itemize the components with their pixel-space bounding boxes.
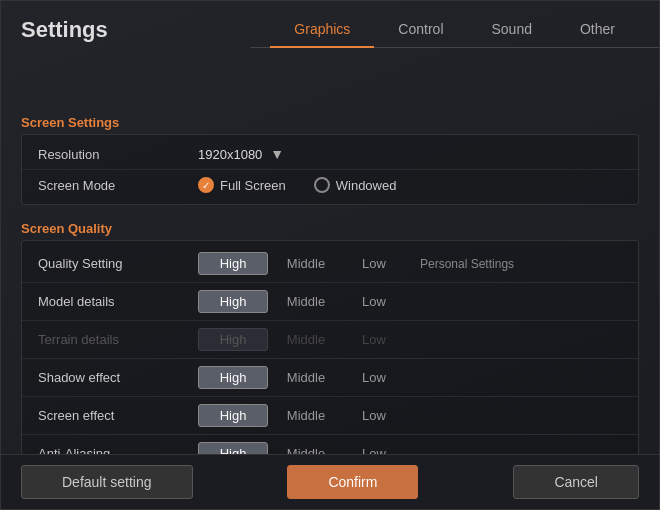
resolution-value-container: 1920x1080 ▼ xyxy=(198,146,622,162)
quality-btn-high[interactable]: High xyxy=(198,404,268,427)
quality-row-label: Terrain details xyxy=(38,332,198,347)
quality-btn-high[interactable]: High xyxy=(198,290,268,313)
quality-row-options: HighMiddleLow xyxy=(198,290,622,313)
default-setting-button[interactable]: Default setting xyxy=(21,465,193,499)
fullscreen-label: Full Screen xyxy=(220,178,286,193)
quality-row-options: HighMiddleLow xyxy=(198,442,622,454)
screen-settings-title: Screen Settings xyxy=(21,107,639,134)
quality-row-label: Model details xyxy=(38,294,198,309)
tab-sound[interactable]: Sound xyxy=(468,11,556,47)
windowed-label: Windowed xyxy=(336,178,397,193)
quality-row: Screen effectHighMiddleLow xyxy=(22,397,638,435)
quality-row-options: HighMiddleLow xyxy=(198,366,622,389)
content-area: Screen Settings Resolution 1920x1080 ▼ S… xyxy=(1,99,659,454)
resolution-row: Resolution 1920x1080 ▼ xyxy=(22,139,638,170)
screen-settings-panel: Resolution 1920x1080 ▼ Screen Mode Full … xyxy=(21,134,639,205)
quality-option-middle[interactable]: Middle xyxy=(276,370,336,385)
quality-option-middle: Middle xyxy=(276,332,336,347)
quality-option-low[interactable]: Low xyxy=(344,408,404,423)
quality-row-label: Anti-Aliasing xyxy=(38,446,198,454)
tab-control[interactable]: Control xyxy=(374,11,467,47)
resolution-text: 1920x1080 xyxy=(198,147,262,162)
screen-mode-options: Full Screen Windowed xyxy=(198,177,622,193)
quality-btn-high: High xyxy=(198,328,268,351)
quality-row-options: HighMiddleLowPersonal Settings xyxy=(198,252,622,275)
quality-option-low[interactable]: Low xyxy=(344,370,404,385)
quality-row-label: Screen effect xyxy=(38,408,198,423)
quality-row-options: HighMiddleLow xyxy=(198,328,622,351)
resolution-dropdown-arrow[interactable]: ▼ xyxy=(270,146,284,162)
cancel-button[interactable]: Cancel xyxy=(513,465,639,499)
quality-option-low: Low xyxy=(344,332,404,347)
quality-btn-high[interactable]: High xyxy=(198,442,268,454)
quality-option-middle[interactable]: Middle xyxy=(276,408,336,423)
quality-option-low[interactable]: Low xyxy=(344,446,404,454)
resolution-label: Resolution xyxy=(38,147,198,162)
quality-row-label: Shadow effect xyxy=(38,370,198,385)
fullscreen-radio[interactable] xyxy=(198,177,214,193)
settings-container: Settings Graphics Control Sound Other Sc… xyxy=(0,0,660,510)
screen-mode-label: Screen Mode xyxy=(38,178,198,193)
quality-btn-high[interactable]: High xyxy=(198,366,268,389)
tab-graphics[interactable]: Graphics xyxy=(270,11,374,47)
quality-row-options: HighMiddleLow xyxy=(198,404,622,427)
quality-option-middle[interactable]: Middle xyxy=(276,294,336,309)
quality-option-middle[interactable]: Middle xyxy=(276,256,336,271)
quality-row: Quality SettingHighMiddleLowPersonal Set… xyxy=(22,245,638,283)
quality-row: Anti-AliasingHighMiddleLow xyxy=(22,435,638,454)
windowed-radio[interactable] xyxy=(314,177,330,193)
fullscreen-option[interactable]: Full Screen xyxy=(198,177,286,193)
footer: Default setting Confirm Cancel xyxy=(1,454,659,509)
quality-option-low[interactable]: Low xyxy=(344,294,404,309)
confirm-button[interactable]: Confirm xyxy=(287,465,418,499)
tabs-bar: Graphics Control Sound Other xyxy=(250,11,659,48)
windowed-option[interactable]: Windowed xyxy=(314,177,397,193)
personal-settings-link[interactable]: Personal Settings xyxy=(420,257,514,271)
screen-quality-panel: Quality SettingHighMiddleLowPersonal Set… xyxy=(21,240,639,454)
quality-row: Shadow effectHighMiddleLow xyxy=(22,359,638,397)
screen-mode-row: Screen Mode Full Screen Windowed xyxy=(22,170,638,200)
tab-other[interactable]: Other xyxy=(556,11,639,47)
quality-row: Terrain detailsHighMiddleLow xyxy=(22,321,638,359)
screen-quality-title: Screen Quality xyxy=(21,213,639,240)
quality-row: Model detailsHighMiddleLow xyxy=(22,283,638,321)
quality-option-middle[interactable]: Middle xyxy=(276,446,336,454)
quality-option-low[interactable]: Low xyxy=(344,256,404,271)
quality-btn-high[interactable]: High xyxy=(198,252,268,275)
quality-row-label: Quality Setting xyxy=(38,256,198,271)
